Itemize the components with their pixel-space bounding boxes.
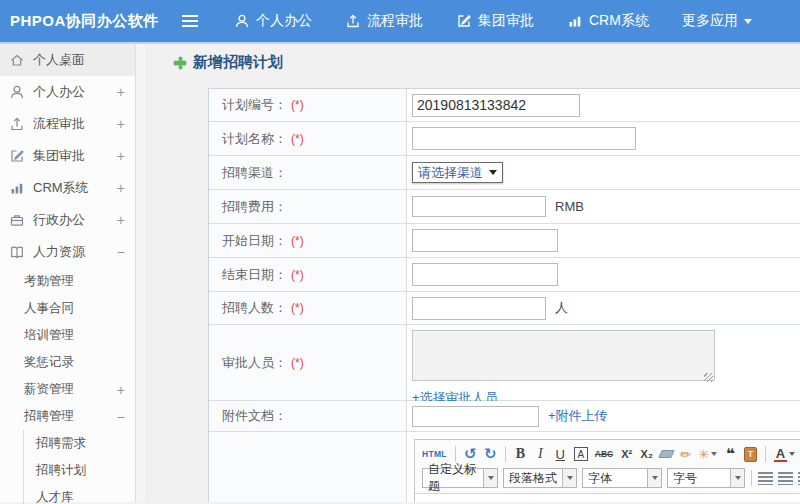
sidebar-sub-attendance[interactable]: 考勤管理 — [0, 268, 135, 295]
toolbar-separator — [455, 446, 456, 462]
sidebar-item-flow-approval[interactable]: 流程审批 + — [0, 108, 135, 140]
superscript-button[interactable]: X² — [620, 445, 633, 463]
sidebar-sub-hr-contract[interactable]: 人事合同 — [0, 295, 135, 322]
topmenu-crm[interactable]: CRM系统 — [567, 12, 649, 30]
autoformat-button[interactable]: A — [574, 447, 588, 461]
topmenu-group-approval[interactable]: 集团审批 — [456, 12, 534, 30]
sidebar-subsub-label: 招聘需求 — [36, 435, 86, 452]
channel-select[interactable]: 请选择渠道 — [412, 162, 503, 183]
font-size-select[interactable]: 字号 — [667, 468, 745, 488]
topmenu-flow-approval[interactable]: 流程审批 — [345, 12, 423, 30]
sidebar-subsub-recruit-demand[interactable]: 招聘需求 — [24, 430, 135, 457]
expand-minus-icon[interactable]: − — [113, 244, 125, 260]
sidebar-item-personal-office[interactable]: 个人办公 + — [0, 76, 135, 108]
paste-text-button[interactable]: T — [744, 447, 757, 462]
expand-plus-icon[interactable]: + — [113, 212, 125, 228]
edit-icon — [456, 13, 472, 29]
sidebar-scrollbar[interactable] — [135, 44, 147, 502]
sidebar-item-admin-office[interactable]: 行政办公 + — [0, 204, 135, 236]
sidebar-item-label: CRM系统 — [33, 179, 113, 197]
sidebar-sub-salary[interactable]: 薪资管理 + — [0, 376, 135, 403]
expand-plus-icon[interactable]: + — [113, 116, 125, 132]
field-label: 招聘渠道： — [209, 156, 407, 189]
redo-button[interactable]: ↻ — [484, 445, 497, 463]
attachment-upload-link[interactable]: +附件上传 — [548, 407, 608, 425]
caret-down-icon — [484, 468, 498, 488]
topmenu-more-apps[interactable]: 更多应用 — [682, 12, 752, 30]
subscript-button[interactable]: X₂ — [640, 445, 653, 463]
form-row-editor: HTML ↺ ↻ B I U A ABC X² X₂ — [209, 432, 800, 502]
expand-plus-icon[interactable]: + — [113, 84, 125, 100]
align-left-icon[interactable] — [758, 472, 773, 485]
expand-plus-icon[interactable]: + — [113, 382, 125, 398]
form-row-plan-number: 计划编号： (*) — [209, 89, 800, 122]
book-icon — [9, 244, 26, 260]
field-value: +附件上传 — [407, 401, 800, 431]
field-label: 计划名称： (*) — [209, 122, 407, 155]
sidebar-item-desktop[interactable]: 个人桌面 — [0, 44, 135, 76]
recruit-submenu: 招聘需求 招聘计划 人才库 — [23, 430, 135, 504]
field-value: +选择审批人员 — [407, 325, 800, 400]
fee-input[interactable] — [412, 196, 546, 217]
eraser-icon[interactable] — [658, 450, 675, 458]
sidebar-sub-training[interactable]: 培训管理 — [0, 322, 135, 349]
strikethrough-button[interactable]: ABC — [595, 445, 613, 463]
required-mark: (*) — [291, 234, 304, 248]
field-value: 人 — [407, 292, 800, 324]
sidebar-subsub-recruit-plan[interactable]: 招聘计划 — [24, 457, 135, 484]
custom-title-value: 自定义标题 — [422, 468, 484, 488]
sidebar-item-crm[interactable]: CRM系统 + — [0, 172, 135, 204]
edit-icon — [9, 148, 26, 164]
sidebar-item-label: 个人办公 — [33, 83, 113, 101]
label-text: 计划编号： — [222, 96, 287, 114]
align-center-icon[interactable] — [778, 472, 793, 485]
topmenu-personal-office[interactable]: 个人办公 — [234, 12, 312, 30]
required-mark: (*) — [291, 268, 304, 282]
topmenu-label: 个人办公 — [256, 12, 312, 30]
field-value: 请选择渠道 — [407, 156, 800, 189]
hamburger-menu-icon[interactable] — [182, 15, 198, 27]
italic-button[interactable]: I — [534, 445, 547, 463]
label-text: 计划名称： — [222, 130, 287, 148]
topbar: PHPOA协同办公软件 个人办公 流程审批 集团审批 CRM系统 更多应用 — [0, 0, 800, 44]
sidebar-item-label: 人力资源 — [33, 243, 113, 261]
sidebar-subsub-talent-pool[interactable]: 人才库 — [24, 484, 135, 504]
topmenu-label: 更多应用 — [682, 12, 738, 30]
paragraph-format-value: 段落格式 — [503, 468, 563, 488]
form-row-fee: 招聘费用： RMB — [209, 190, 800, 224]
field-label: 附件文档： — [209, 401, 407, 431]
sidebar-sub-label: 培训管理 — [24, 327, 125, 344]
start-date-input[interactable] — [412, 229, 558, 252]
custom-title-select[interactable]: 自定义标题 — [422, 468, 498, 488]
sidebar-sub-label: 薪资管理 — [24, 381, 113, 398]
paragraph-format-select[interactable]: 段落格式 — [503, 468, 577, 488]
brush-icon[interactable]: ✏ — [680, 447, 691, 462]
label-text: 招聘费用： — [222, 198, 287, 216]
blockquote-button[interactable]: ❝ — [724, 445, 737, 463]
plan-name-input[interactable] — [412, 127, 636, 150]
sidebar-sub-label: 人事合同 — [24, 300, 125, 317]
font-family-value: 字体 — [582, 468, 648, 488]
font-color-button[interactable]: A — [774, 445, 795, 463]
form-row-start-date: 开始日期： (*) — [209, 224, 800, 258]
app-brand: PHPOA协同办公软件 — [0, 12, 182, 31]
underline-button[interactable]: U — [554, 445, 567, 463]
form-row-plan-name: 计划名称： (*) — [209, 122, 800, 156]
bold-button[interactable]: B — [514, 445, 527, 463]
font-family-select[interactable]: 字体 — [582, 468, 662, 488]
field-label: 招聘费用： — [209, 190, 407, 223]
sidebar-sub-recruit-mgmt[interactable]: 招聘管理 − — [0, 403, 135, 430]
sidebar-item-group-approval[interactable]: 集团审批 + — [0, 140, 135, 172]
plan-number-input[interactable] — [412, 94, 580, 117]
expand-minus-icon[interactable]: − — [113, 409, 125, 425]
attachment-input[interactable] — [412, 406, 539, 427]
sidebar-subsub-label: 招聘计划 — [36, 462, 86, 479]
sidebar-sub-rewards[interactable]: 奖惩记录 — [0, 349, 135, 376]
end-date-input[interactable] — [412, 263, 558, 286]
sidebar-item-hr[interactable]: 人力资源 − — [0, 236, 135, 268]
approvers-textarea[interactable] — [412, 330, 715, 381]
headcount-input[interactable] — [412, 297, 546, 320]
format-painter-button[interactable]: ✳ — [698, 445, 717, 463]
expand-plus-icon[interactable]: + — [113, 148, 125, 164]
expand-plus-icon[interactable]: + — [113, 180, 125, 196]
